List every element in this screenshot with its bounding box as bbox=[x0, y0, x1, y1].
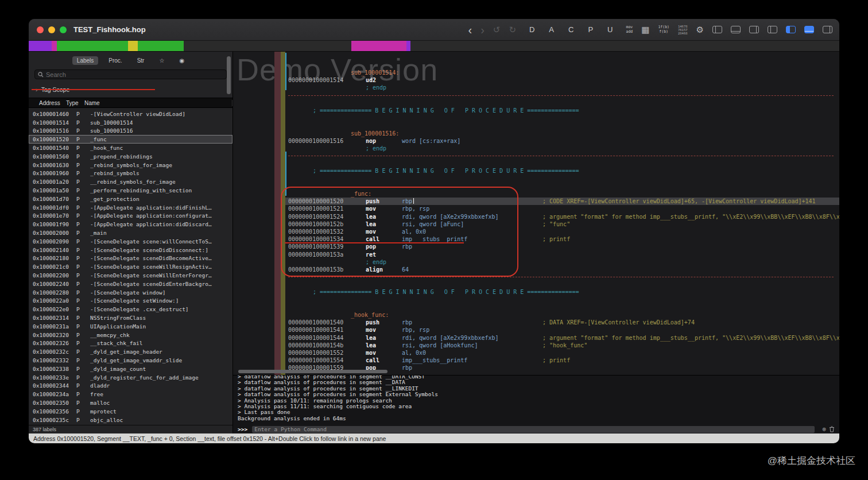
table-row[interactable]: 0x10000231aPUIApplicationMain bbox=[29, 322, 232, 331]
sidebar-tab-str[interactable]: Str bbox=[133, 56, 149, 65]
clear-console-icon[interactable]: ⊗ bbox=[822, 426, 826, 432]
column-header-address[interactable]: Address bbox=[29, 100, 66, 106]
asm-mini[interactable]: movadd bbox=[626, 25, 633, 34]
table-row[interactable]: 0x100001630P_rebind_symbols_for_image bbox=[29, 161, 232, 169]
toggle-bottom-panel-icon[interactable] bbox=[804, 26, 814, 33]
table-row[interactable]: 0x100002338P_dyld_image_count bbox=[29, 365, 232, 373]
toggle-right-panel-icon[interactable] bbox=[823, 26, 832, 33]
table-row[interactable]: 0x100002350Pmalloc bbox=[29, 398, 232, 407]
table-row[interactable]: 0x100001960P_rebind_symbols bbox=[29, 169, 232, 178]
column-header-name[interactable]: Name bbox=[84, 100, 232, 106]
toggle-left-panel-icon[interactable] bbox=[786, 26, 796, 33]
transform-button-u[interactable]: U bbox=[605, 25, 615, 34]
asm-line[interactable]: 0000000100001514ud2 bbox=[233, 76, 839, 84]
pane-layout-icon-3[interactable] bbox=[749, 26, 759, 33]
table-row[interactable]: 0x100002200P-[SceneDelegate sceneWillEnt… bbox=[29, 271, 232, 280]
table-row[interactable]: 0x100001e70P-[AppDelegate application:co… bbox=[29, 212, 232, 220]
table-row[interactable]: 0x100001460P-[ViewController viewDidLoad… bbox=[29, 110, 232, 118]
table-row[interactable]: 0x1000021c0P-[SceneDelegate sceneWillRes… bbox=[29, 262, 232, 271]
table-row[interactable]: 0x100002280P-[SceneDelegate window] bbox=[29, 288, 232, 297]
transform-button-a[interactable]: A bbox=[547, 25, 556, 34]
disassembly-view[interactable]: Demo Version sub_100001514:0000000100001… bbox=[233, 52, 839, 375]
pane-layout-icon-1[interactable] bbox=[712, 26, 722, 33]
sidebar-tab-proc[interactable]: Proc. bbox=[104, 56, 126, 65]
table-row[interactable]: 0x100001520P_func bbox=[29, 135, 232, 144]
asm-label[interactable]: sub_100001514: bbox=[233, 69, 839, 76]
search-placeholder: Search bbox=[46, 71, 66, 78]
table-row[interactable]: 0x100001514Psub_100001514 bbox=[29, 118, 232, 127]
trash-icon[interactable] bbox=[829, 426, 835, 432]
table-row[interactable]: 0x100001516Psub_100001516 bbox=[29, 127, 232, 136]
sidebar-tab-marked[interactable]: ◉ bbox=[175, 56, 189, 65]
table-row[interactable]: 0x10000232cP_dyld_get_image_header bbox=[29, 347, 232, 356]
segment-block[interactable] bbox=[57, 41, 128, 51]
segment-block[interactable] bbox=[184, 41, 351, 51]
pane-layout-icon-2[interactable] bbox=[731, 26, 741, 33]
table-row[interactable]: 0x100002000P_main bbox=[29, 229, 232, 237]
table-row[interactable]: 0x100001560P_prepend_rebindings bbox=[29, 152, 232, 161]
table-row[interactable]: 0x100001df0P-[AppDelegate application:di… bbox=[29, 203, 232, 212]
segment-block[interactable] bbox=[351, 41, 406, 51]
transform-button-p[interactable]: P bbox=[586, 25, 595, 34]
table-row[interactable]: 0x100002344Pdladdr bbox=[29, 382, 232, 390]
asm-label[interactable]: sub_100001516: bbox=[233, 130, 839, 137]
table-row[interactable]: 0x100002314PNSStringFromClass bbox=[29, 313, 232, 322]
table-row[interactable]: 0x100001d70P_get_protection bbox=[29, 195, 232, 203]
table-row[interactable]: 0x100002140P-[SceneDelegate sceneDidDisc… bbox=[29, 246, 232, 254]
sidebar-scrollbar[interactable] bbox=[227, 56, 231, 94]
table-row[interactable]: 0x100002326P__stack_chk_fail bbox=[29, 339, 232, 348]
grid-icon[interactable]: ▦ bbox=[641, 25, 649, 35]
table-row[interactable]: 0x100001a20P__rebind_symbols_for_image bbox=[29, 177, 232, 186]
asm-address: 0000000100001514 bbox=[288, 76, 343, 84]
search-input[interactable]: Search bbox=[34, 69, 227, 79]
minimize-window-button[interactable] bbox=[48, 26, 55, 33]
python-command-input[interactable] bbox=[252, 426, 815, 433]
redo-icon[interactable]: ↻ bbox=[509, 25, 516, 35]
sidebar-tab-labels[interactable]: Labels bbox=[72, 56, 98, 65]
asm-line[interactable]: 0000000100001541movrbp, rsp bbox=[233, 326, 839, 334]
table-row[interactable]: 0x10000234aPfree bbox=[29, 390, 232, 398]
close-window-button[interactable] bbox=[37, 26, 44, 33]
horizontal-scrollbar[interactable] bbox=[238, 370, 388, 373]
proto-mini[interactable]: 1f(b)f(b) bbox=[658, 25, 669, 34]
table-row[interactable]: 0x100002180P-[SceneDelegate sceneDidBeco… bbox=[29, 254, 232, 263]
asm-line[interactable]: 0000000100001554callimp___stubs__printf;… bbox=[233, 357, 839, 364]
asm-line[interactable]: 0000000100001540pushrbp; DATA XREF=-[Vie… bbox=[233, 319, 839, 326]
segment-block[interactable] bbox=[52, 41, 57, 51]
asm-line[interactable]: 0000000100001552moval, 0x0 bbox=[233, 349, 839, 357]
table-row[interactable]: 0x100001540P_hook_func bbox=[29, 144, 232, 152]
asm-line[interactable]: 0000000100001516nopword [cs:rax+rax] bbox=[233, 137, 839, 145]
table-row[interactable]: 0x100002240P-[SceneDelegate sceneDidEnte… bbox=[29, 280, 232, 288]
table-row[interactable]: 0x10000235cPobjc_alloc bbox=[29, 416, 232, 424]
asm-line[interactable]: 0000000100001544leardi, qword [aXe2x99xb… bbox=[233, 334, 839, 342]
row-address: 0x10000234a bbox=[33, 391, 76, 397]
table-row[interactable]: 0x100001a50P_perform_rebinding_with_sect… bbox=[29, 186, 232, 195]
tag-scope-disclosure[interactable]: ›Tag Scope bbox=[29, 83, 232, 98]
table-row[interactable]: 0x1000022a0P-[SceneDelegate setWindow:] bbox=[29, 297, 232, 305]
transform-button-c[interactable]: C bbox=[566, 25, 576, 34]
table-row[interactable]: 0x10000233eP_dyld_register_func_for_add_… bbox=[29, 373, 232, 382]
segment-block[interactable] bbox=[138, 41, 184, 51]
table-row[interactable]: 0x100002332P_dyld_get_image_vmaddr_slide bbox=[29, 356, 232, 365]
sidebar-tab-starred[interactable]: ☆ bbox=[154, 56, 169, 65]
table-row[interactable]: 0x100002320P__memcpy_chk bbox=[29, 331, 232, 339]
asm-label[interactable]: _hook_func: bbox=[233, 311, 839, 319]
table-row[interactable]: 0x1000022e0P-[SceneDelegate .cxx_destruc… bbox=[29, 305, 232, 313]
segment-block[interactable] bbox=[128, 41, 138, 51]
transform-button-d[interactable]: D bbox=[527, 25, 537, 34]
asm-line[interactable]: 000000010000154blearsi, qword [aHookfunc… bbox=[233, 342, 839, 349]
undo-icon[interactable]: ↺ bbox=[493, 25, 501, 35]
segment-block[interactable] bbox=[29, 41, 52, 51]
nav-forward-icon[interactable]: › bbox=[480, 25, 485, 35]
table-row[interactable]: 0x100002356Pmprotect bbox=[29, 407, 232, 416]
table-row[interactable]: 0x100002090P-[SceneDelegate scene:willCo… bbox=[29, 237, 232, 246]
pane-layout-icon-4[interactable] bbox=[768, 26, 777, 33]
zoom-window-button[interactable] bbox=[60, 26, 67, 33]
column-header-type[interactable]: Type bbox=[66, 100, 84, 106]
nav-back-icon[interactable]: ‹ bbox=[468, 25, 472, 35]
table-row[interactable]: 0x100001f90P-[AppDelegate application:di… bbox=[29, 220, 232, 229]
segment-block[interactable] bbox=[406, 41, 410, 51]
asm-operands[interactable]: imp___stubs__printf bbox=[402, 357, 467, 364]
gear-icon[interactable]: ⚙ bbox=[696, 25, 704, 35]
segment-block[interactable] bbox=[410, 41, 839, 51]
